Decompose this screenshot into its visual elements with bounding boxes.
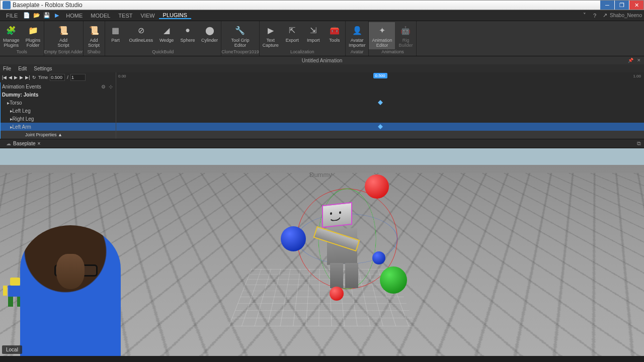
time-input[interactable] — [50, 74, 65, 81]
ruler-start: 0.00 — [118, 74, 126, 78]
step-back-button[interactable]: ◀ — [9, 75, 12, 80]
username-label[interactable]: Shabo_Neeno — [610, 13, 642, 18]
ribbon-tools-button[interactable]: 🧰Tools — [324, 22, 345, 49]
loop-button[interactable]: ↻ — [32, 75, 36, 80]
window-close-button[interactable]: ✕ — [629, 1, 643, 10]
ribbon-import-button[interactable]: ⇲Import — [303, 22, 324, 49]
ribbon-wedge-button[interactable]: ◢Wedge — [156, 22, 177, 44]
ribbon-btn-label: TextCapture — [263, 38, 279, 48]
joint-properties-toggle[interactable]: Joint Properties ▲ — [0, 132, 116, 137]
menu-file[interactable]: FILE — [2, 13, 22, 19]
ribbon-btn-label: Wedge — [159, 38, 174, 43]
ribbon-btn-label: AnimationEditor — [372, 38, 392, 48]
handle-red-top[interactable] — [365, 174, 389, 199]
panel-pin-icon[interactable]: 📌 — [628, 58, 634, 63]
play-icon[interactable]: ▶ — [53, 12, 61, 20]
keyframe-icon[interactable] — [378, 100, 383, 105]
torso-track[interactable] — [116, 99, 644, 107]
ribbon-group-label: Localization — [290, 49, 314, 55]
main-menubar: FILE 📄 📂 💾 ▶ HOME MODEL TEST VIEW PLUGIN… — [0, 10, 644, 21]
goto-start-button[interactable]: |◀ — [2, 75, 7, 80]
tab-close-icon[interactable]: × — [37, 141, 40, 146]
ribbon-part-button[interactable]: ▦Part — [105, 22, 126, 44]
anim-menu-file[interactable]: File — [3, 66, 11, 71]
avatar-icon: 👤 — [351, 24, 364, 37]
goto-end-button[interactable]: ▶| — [25, 75, 30, 80]
ribbon-group-label: Tools — [17, 49, 27, 55]
coordinate-mode-button[interactable]: Local — [2, 345, 22, 354]
playhead-marker[interactable]: 0.500 — [373, 73, 387, 78]
animation-panel-titlebar: Untitled Animation 📌 ✕ — [0, 56, 644, 64]
joint-left-leg[interactable]: Left Leg — [13, 108, 31, 114]
window-minimize-button[interactable]: ─ — [600, 1, 614, 10]
events-add-icon[interactable]: ⊹ — [109, 84, 113, 89]
joint-left-arm[interactable]: Left Arm — [13, 124, 31, 130]
viewport-3d[interactable]: Dummy Local — [0, 148, 644, 356]
script-icon: 📜 — [57, 24, 70, 37]
ribbon-animation-editor-button[interactable]: ✦AnimationEditor — [369, 22, 395, 49]
events-track[interactable] — [116, 82, 644, 90]
ribbon-add-script-button[interactable]: 📜AddScript — [84, 22, 105, 49]
save-icon[interactable]: 💾 — [43, 12, 51, 20]
tab-label: Baseplate — [13, 141, 35, 146]
ribbon-add-script-button[interactable]: 📜AddScript — [53, 22, 74, 49]
window-maximize-button[interactable]: ❐ — [615, 1, 629, 10]
restore-panels-icon[interactable]: ⧉ — [637, 140, 641, 147]
handle-blue-right[interactable] — [372, 251, 385, 264]
ribbon-btn-label: Part — [111, 38, 120, 43]
open-file-icon[interactable]: 📂 — [33, 12, 41, 20]
ribbon-tool-grip-editor-button[interactable]: 🔧Tool GripEditor — [228, 22, 252, 49]
rig-head[interactable] — [322, 202, 352, 228]
animation-events-label: Animation Events — [2, 84, 41, 89]
new-file-icon[interactable]: 📄 — [23, 12, 31, 20]
menu-home[interactable]: HOME — [62, 13, 87, 19]
share-icon[interactable]: ↗ — [601, 12, 609, 20]
keyframe-icon[interactable] — [378, 124, 383, 129]
help-icon[interactable]: ? — [591, 12, 599, 20]
duration-input[interactable] — [70, 74, 86, 81]
panel-close-icon[interactable]: ✕ — [637, 58, 642, 63]
ribbon-rig-builder-button[interactable]: 🤖RigBuilder — [395, 22, 416, 49]
ribbon-cylinder-button[interactable]: ⬤Cylinder — [198, 22, 221, 44]
ribbon-sphere-button[interactable]: ●Sphere — [177, 22, 198, 44]
ribbon-export-button[interactable]: ⇱Export — [282, 22, 303, 49]
ribbon-manage-plugins-button[interactable]: 🧩ManagePlugins — [0, 22, 23, 49]
events-settings-icon[interactable]: ⚙ — [101, 84, 106, 89]
handle-red-bottom[interactable] — [330, 287, 344, 301]
webcam-overlay — [0, 215, 131, 356]
rig-right-leg[interactable] — [345, 263, 358, 288]
anim-menu-edit[interactable]: Edit — [18, 66, 27, 71]
rig-left-leg[interactable] — [330, 263, 343, 288]
handle-green[interactable] — [380, 266, 407, 294]
anim-menu-settings[interactable]: Settings — [34, 66, 52, 71]
collapse-ribbon-icon[interactable]: ˅ — [581, 12, 589, 20]
ribbon-btn-label: Cylinder — [201, 38, 218, 43]
play-button[interactable]: ▶ — [14, 75, 18, 80]
playhead-line[interactable] — [0, 82, 1, 139]
app-icon — [3, 1, 11, 9]
ribbon-outlineless-button[interactable]: ⊘OutlineLess — [126, 22, 156, 44]
leftarm-track[interactable] — [116, 123, 644, 131]
ribbon-btn-label: Sphere — [181, 38, 195, 43]
tab-baseplate[interactable]: ☁ Baseplate × — [3, 140, 43, 147]
rightleg-track[interactable] — [116, 115, 644, 123]
joints-header: Dummy: Joints — [0, 92, 116, 98]
dummy-rig[interactable] — [282, 178, 413, 309]
menu-test[interactable]: TEST — [114, 13, 136, 19]
menu-plugins[interactable]: PLUGINS — [159, 12, 191, 19]
cube-icon: ▦ — [109, 24, 122, 37]
leftleg-track[interactable] — [116, 107, 644, 115]
ribbon-text-capture-button[interactable]: ▶TextCapture — [260, 22, 282, 49]
ribbon-avatar-importer-button[interactable]: 👤AvatarImporter — [346, 22, 369, 49]
handle-blue-left[interactable] — [281, 226, 306, 251]
ribbon-plugins-folder-button[interactable]: 📁PluginsFolder — [23, 22, 44, 49]
joint-torso[interactable]: Torso — [10, 100, 22, 106]
time-label: Time — [38, 75, 48, 80]
timeline-ruler[interactable]: 0.00 0.500 1.00 — [116, 72, 644, 82]
menu-view[interactable]: VIEW — [136, 13, 158, 19]
nocircle-icon: ⊘ — [134, 24, 147, 37]
step-fwd-button[interactable]: ▶ — [20, 75, 23, 80]
menu-model[interactable]: MODEL — [87, 13, 114, 19]
joint-right-leg[interactable]: Right Leg — [13, 116, 34, 122]
ruler-end: 1.00 — [633, 74, 641, 78]
